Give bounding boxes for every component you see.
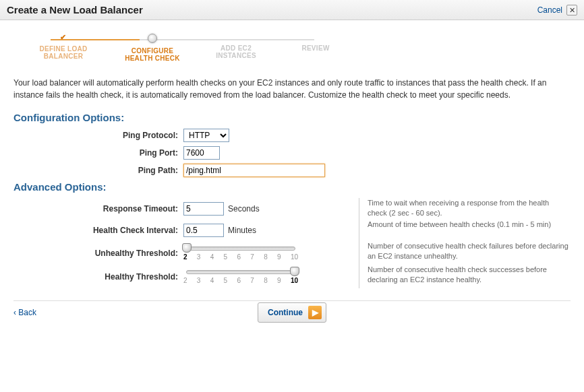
slider-tick: 3: [197, 277, 201, 284]
row-response-timeout: Response Timeout: Seconds: [13, 202, 351, 216]
slider-tick: 10: [291, 253, 298, 261]
unhealthy-threshold-label: Unhealthy Threshold:: [13, 249, 183, 258]
close-icon[interactable]: ✕: [566, 5, 577, 15]
health-interval-unit: Minutes: [228, 226, 256, 235]
slider-tick: 6: [237, 253, 241, 261]
response-timeout-unit: Seconds: [228, 204, 260, 214]
row-ping-path: Ping Path:: [13, 164, 571, 177]
slider-tick: 7: [250, 277, 254, 284]
continue-button-label: Continue: [268, 308, 303, 317]
check-icon: [59, 33, 67, 41]
slider-tick: 5: [224, 277, 228, 284]
slider-tick: 9: [277, 277, 281, 284]
arrow-right-icon: ▶: [308, 306, 322, 319]
ping-port-input[interactable]: [183, 146, 220, 160]
ping-path-input[interactable]: [183, 164, 325, 177]
healthy-threshold-help: Number of consecutive health check succe…: [359, 265, 571, 288]
ping-protocol-select[interactable]: HTTPHTTPSTCPSSL: [183, 129, 229, 142]
slider-tick: 10: [291, 277, 298, 284]
response-timeout-label: Response Timeout:: [13, 204, 183, 214]
back-link[interactable]: ‹ Back: [13, 308, 36, 317]
wizard-steps: DEFINE LOAD BALANCER CONFIGURE HEALTH CH…: [13, 30, 571, 65]
slider-tick: 4: [210, 253, 214, 261]
row-health-interval: Health Check Interval: Minutes: [13, 224, 351, 237]
slider-tick: 8: [264, 253, 268, 261]
slider-tick: 3: [197, 253, 201, 261]
unhealthy-threshold-help: Number of consecutive health check failu…: [359, 241, 571, 265]
slider-tick: 4: [210, 277, 214, 284]
cancel-link[interactable]: Cancel: [537, 5, 562, 15]
health-interval-input[interactable]: [183, 224, 224, 237]
response-timeout-help: Time to wait when receiving a response f…: [359, 198, 571, 220]
step-current-marker-icon: [148, 34, 157, 43]
health-interval-label: Health Check Interval:: [13, 226, 183, 235]
response-timeout-input[interactable]: [183, 202, 224, 216]
slider-tick: 9: [277, 253, 281, 261]
wizard-step-review[interactable]: REVIEW: [275, 44, 356, 52]
slider-tick: 7: [250, 253, 254, 261]
unhealthy-threshold-slider[interactable]: 2345678910: [183, 245, 298, 261]
continue-button[interactable]: Continue ▶: [258, 302, 326, 323]
slider-tick: 5: [224, 253, 228, 261]
ping-path-label: Ping Path:: [13, 166, 183, 175]
healthy-threshold-label: Healthy Threshold:: [13, 272, 183, 282]
dialog-title: Create a New Load Balancer: [7, 4, 143, 15]
dialog-footer: ‹ Back Continue ▶: [13, 300, 571, 317]
slider-tick: 8: [264, 277, 268, 284]
advanced-options-heading: Advanced Options:: [13, 181, 571, 193]
row-ping-protocol: Ping Protocol: HTTPHTTPSTCPSSL: [13, 129, 571, 142]
row-unhealthy-threshold: Unhealthy Threshold: 2345678910: [13, 245, 351, 261]
slider-tick: 2: [183, 277, 187, 284]
description-text: Your load balancer will automatically pe…: [13, 77, 571, 101]
slider-tick: 6: [237, 277, 241, 284]
row-ping-port: Ping Port:: [13, 146, 571, 160]
ping-protocol-label: Ping Protocol:: [13, 131, 183, 140]
ping-port-label: Ping Port:: [13, 148, 183, 158]
dialog-body: DEFINE LOAD BALANCER CONFIGURE HEALTH CH…: [0, 20, 584, 324]
wizard-step-define[interactable]: DEFINE LOAD BALANCER: [23, 35, 104, 60]
slider-tick: 2: [183, 253, 187, 261]
healthy-threshold-slider[interactable]: 2345678910: [183, 269, 298, 284]
health-interval-help: Amount of time between health checks (0.…: [359, 220, 571, 241]
wizard-step-add-ec2[interactable]: ADD EC2 INSTANCES: [196, 44, 276, 59]
config-options-heading: Configuration Options:: [13, 112, 571, 123]
wizard-step-health-check[interactable]: CONFIGURE HEALTH CHECK: [112, 35, 193, 62]
dialog-header: Create a New Load Balancer Cancel ✕: [0, 0, 584, 20]
row-healthy-threshold: Healthy Threshold: 2345678910: [13, 269, 351, 284]
